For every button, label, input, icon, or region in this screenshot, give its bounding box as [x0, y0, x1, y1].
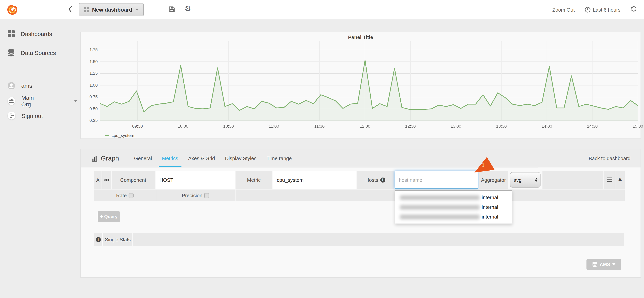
hosts-info-icon[interactable]: i: [380, 177, 385, 182]
eye-icon: [104, 178, 110, 182]
query-row: A Component Metric Hosts i Aggregator av…: [94, 171, 625, 189]
grafana-logo-icon[interactable]: [6, 3, 19, 17]
refresh-icon: [630, 6, 637, 12]
settings-gear-button[interactable]: ⚙: [184, 4, 191, 13]
back-to-dashboard-link[interactable]: Back to dashboard: [588, 156, 630, 161]
sidebar-item-dashboards[interactable]: Dashboards: [0, 27, 77, 41]
dashboard-title: New dashboard: [92, 7, 132, 13]
query-menu-button[interactable]: [604, 171, 615, 189]
host-option[interactable]: .internal: [395, 202, 512, 212]
sidebar-user[interactable]: ams: [0, 79, 77, 92]
menu-icon: [607, 177, 612, 182]
org-name: Main Org.: [21, 94, 46, 107]
org-chevron-down-icon: [74, 100, 77, 102]
chevron-down-icon: [612, 263, 616, 265]
editor-tab-bar: Graph General Metrics Axes & Grid Displa…: [81, 149, 640, 168]
single-stats-row: i Single Stats: [94, 233, 624, 246]
x-axis-tick-label: 13:00: [444, 124, 468, 128]
legend-item-cpu-system[interactable]: cpu_system: [105, 133, 134, 138]
organization-icon: [8, 97, 15, 105]
query-options-row: Rate Precision: [94, 190, 625, 201]
select-arrows-icon: [535, 178, 538, 182]
gear-icon: ⚙: [184, 4, 191, 13]
x-axis-tick-label: 14:00: [535, 124, 558, 128]
sign-out-icon: [8, 112, 16, 119]
time-picker-button[interactable]: Last 6 hours: [585, 7, 620, 13]
metric-label: Metric: [236, 171, 272, 189]
single-stats-info[interactable]: i: [94, 233, 102, 246]
rate-checkbox[interactable]: [128, 193, 134, 198]
step-number: 1: [482, 162, 484, 168]
bar-chart-icon: [92, 155, 98, 162]
query-ref-id: A: [94, 171, 102, 189]
dashboards-grid-icon: [8, 30, 15, 37]
query-row-spacer: [542, 171, 604, 189]
dashboard-title-dropdown[interactable]: New dashboard: [79, 3, 144, 16]
user-avatar: [8, 82, 15, 89]
refresh-button[interactable]: [630, 6, 637, 14]
sidebar-item-sign-out[interactable]: Sign out: [0, 109, 77, 123]
redacted-host-prefix: [400, 195, 480, 200]
single-stats-spacer: [133, 233, 624, 246]
datasource-database-icon: [592, 261, 597, 267]
x-axis-tick-label: 10:30: [217, 124, 240, 128]
aggregator-select[interactable]: avg: [510, 172, 540, 188]
metric-input[interactable]: [273, 171, 356, 189]
component-input[interactable]: [156, 171, 235, 189]
back-chevron-icon[interactable]: [68, 6, 72, 15]
legend-series-label: cpu_system: [112, 133, 134, 138]
x-axis-tick-label: 12:30: [399, 124, 422, 128]
y-axis-tick-label: 1.75: [81, 47, 98, 52]
clock-icon: [585, 7, 591, 13]
panel-type-header: Graph: [92, 155, 119, 162]
query-remove-button[interactable]: ✖: [616, 171, 625, 189]
component-label: Component: [112, 171, 155, 189]
info-icon: i: [96, 237, 101, 242]
add-query-button[interactable]: + Query: [98, 211, 120, 222]
x-axis-tick-label: 14:30: [581, 124, 604, 128]
redacted-host-prefix: [400, 205, 480, 209]
dashboard-grid-icon: [84, 7, 89, 12]
step-annotation-arrow: 1: [474, 156, 495, 173]
x-axis-tick-label: 10:00: [172, 124, 194, 128]
legend-color-swatch: [105, 134, 109, 136]
tab-display-styles[interactable]: Display Styles: [220, 150, 262, 167]
x-axis-tick-label: 11:00: [262, 124, 286, 128]
x-axis-tick-label: 09:30: [126, 124, 149, 128]
y-axis-tick-label: 0.50: [81, 106, 98, 111]
x-axis-tick-label: 15:00: [626, 124, 644, 128]
graph-panel: Panel Title 0.250.500.751.001.251.501.75…: [80, 32, 641, 139]
save-dashboard-button[interactable]: [168, 6, 175, 14]
y-axis-tick-label: 0.25: [81, 118, 98, 123]
panel-title: Panel Title: [81, 34, 640, 40]
tab-general[interactable]: General: [129, 150, 157, 167]
y-axis-tick-label: 1.00: [81, 83, 98, 87]
sidebar-item-data-sources[interactable]: Data Sources: [0, 46, 77, 60]
top-nav: New dashboard ⚙ Zoom Out Last 6 hours: [0, 0, 644, 19]
zoom-out-button[interactable]: Zoom Out: [552, 7, 575, 13]
rate-option: Rate: [94, 190, 156, 201]
tab-axes-grid[interactable]: Axes & Grid: [183, 150, 220, 167]
query-visibility-toggle[interactable]: [102, 171, 111, 189]
chevron-down-icon: [136, 9, 138, 11]
panel-editor: Graph General Metrics Axes & Grid Displa…: [80, 149, 641, 278]
precision-checkbox[interactable]: [204, 193, 209, 198]
x-axis-tick-label: 11:30: [308, 124, 331, 128]
close-icon: ✖: [618, 177, 622, 183]
sidebar-item-org[interactable]: Main Org.: [0, 94, 77, 108]
user-name: ams: [21, 82, 32, 89]
host-name-input[interactable]: [394, 171, 478, 189]
host-autocomplete-dropdown: .internal .internal .internal: [395, 190, 512, 224]
single-stats-label: Single Stats: [103, 233, 132, 246]
tab-metrics[interactable]: Metrics: [157, 150, 183, 167]
datasource-button[interactable]: AMS: [586, 259, 621, 270]
tab-time-range[interactable]: Time range: [262, 150, 297, 167]
host-option[interactable]: .internal: [395, 193, 512, 202]
y-axis-tick-label: 0.75: [81, 94, 98, 99]
cpu-system-line-chart[interactable]: [100, 41, 638, 121]
y-axis-tick-label: 1.25: [81, 71, 98, 75]
host-option[interactable]: .internal: [395, 212, 512, 222]
database-icon: [8, 49, 15, 57]
aggregator-label: Aggregator: [479, 171, 508, 189]
x-axis-tick-label: 12:00: [353, 124, 376, 128]
